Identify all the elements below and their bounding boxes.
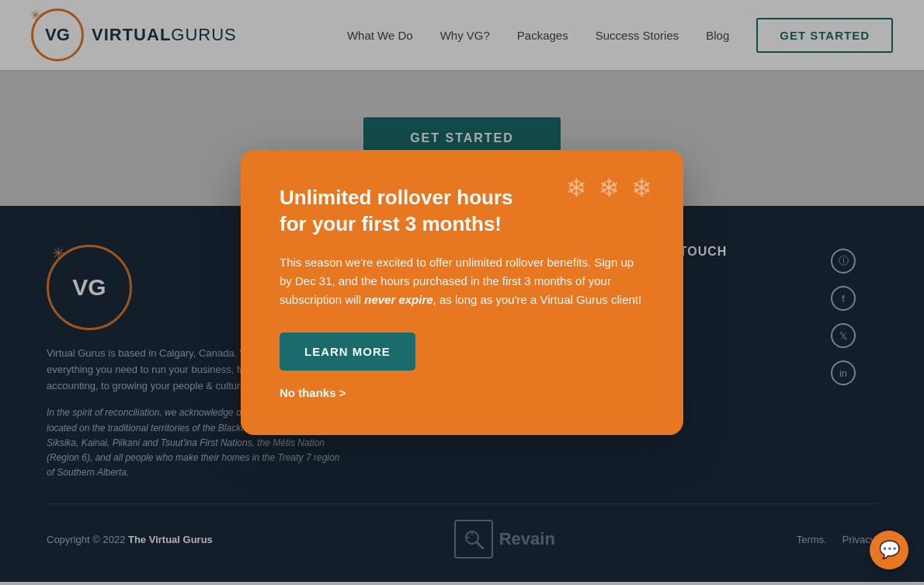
popup-overlay: ❄ ❄ ❄ Unlimited rollover hours for your … — [0, 0, 924, 585]
popup-card: ❄ ❄ ❄ Unlimited rollover hours for your … — [241, 150, 683, 435]
no-thanks-link[interactable]: No thanks > — [280, 386, 346, 399]
snowflake-1-icon: ❄ — [566, 173, 587, 203]
chat-icon: 💬 — [879, 540, 900, 560]
popup-snowflakes: ❄ ❄ ❄ — [566, 173, 652, 203]
chat-bubble-button[interactable]: 💬 — [870, 531, 908, 569]
snowflake-2-icon: ❄ — [599, 173, 620, 203]
learn-more-button[interactable]: LEARN MORE — [280, 333, 415, 371]
popup-body: This season we're excited to offer unlim… — [280, 253, 644, 309]
snowflake-3-icon: ❄ — [631, 173, 652, 203]
